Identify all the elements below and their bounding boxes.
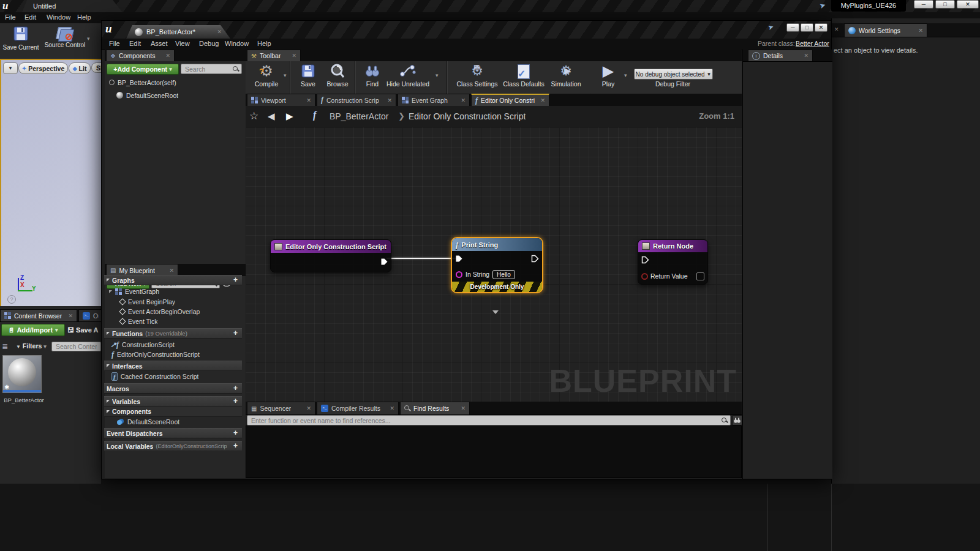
toolbar-dropdown-caret[interactable]: ▾: [87, 36, 90, 42]
find-references-bar[interactable]: [247, 415, 731, 425]
row-event-graph[interactable]: EventGraph: [104, 287, 242, 296]
close-icon[interactable]: ✕: [289, 53, 296, 59]
find-results-list[interactable]: [246, 425, 742, 478]
close-icon[interactable]: ✕: [801, 53, 809, 59]
browse-button[interactable]: Browse: [323, 63, 352, 88]
main-menu-file[interactable]: File: [5, 13, 16, 21]
perspective-button[interactable]: ✦Perspective: [18, 62, 68, 74]
main-menu-help[interactable]: Help: [77, 13, 91, 21]
tab-world-settings[interactable]: World Settings✕: [844, 23, 927, 37]
parent-class-link[interactable]: Better Actor: [796, 40, 829, 47]
tab-event-graph[interactable]: Event Graph✕: [398, 94, 470, 106]
debug-object-select[interactable]: No debug object selected▼: [634, 69, 713, 80]
viewport-options-caret[interactable]: ▾: [3, 62, 18, 74]
section-variables[interactable]: Variables+: [104, 396, 242, 407]
bp-minimize-button[interactable]: ─: [786, 23, 799, 32]
add-function-button[interactable]: +: [232, 329, 239, 337]
close-icon[interactable]: ✕: [304, 97, 311, 103]
collapse-arrow-icon[interactable]: [107, 410, 110, 413]
save-current-button[interactable]: Save Current: [2, 26, 39, 58]
main-close-button[interactable]: ✕: [957, 0, 979, 9]
splitter[interactable]: [831, 484, 832, 551]
component-row-self[interactable]: BP_BetterActor(self): [107, 78, 244, 87]
level-viewport[interactable]: ▾ ✦Perspective ◆Lit Sh Z X Y ?: [0, 59, 109, 306]
string-value-field[interactable]: Hello: [492, 270, 515, 279]
close-icon[interactable]: ✕: [458, 97, 466, 103]
section-graphs[interactable]: Graphs+: [104, 275, 242, 285]
find-button[interactable]: Find: [360, 63, 385, 88]
close-icon[interactable]: ✕: [538, 97, 545, 103]
bp-menu-help[interactable]: Help: [257, 40, 271, 47]
bp-menu-window[interactable]: Window: [225, 40, 249, 47]
close-icon[interactable]: ✕: [387, 405, 394, 411]
add-dispatcher-button[interactable]: +: [232, 429, 239, 437]
play-button[interactable]: ▶ Play: [596, 63, 620, 88]
asset-thumbnail[interactable]: ✱: [2, 355, 42, 393]
hide-unrelated-caret[interactable]: ▾: [435, 72, 439, 78]
lit-mode-button[interactable]: ◆Lit: [69, 62, 91, 74]
bp-menu-debug[interactable]: Debug: [199, 40, 219, 47]
collapse-arrow-icon[interactable]: [107, 400, 110, 403]
node-editor-only-construction-script[interactable]: Editor Only Construction Script: [270, 239, 391, 272]
doc-tab-untitled[interactable]: Untitled: [22, 0, 123, 12]
save-all-button[interactable]: 🖫︎ Save A: [67, 324, 102, 336]
hidden-tab-close-icon[interactable]: ✕: [834, 26, 839, 32]
compile-button[interactable]: ⚙? Compile: [251, 63, 282, 88]
components-search-input[interactable]: [184, 65, 233, 73]
source-control-button[interactable]: ⊘ Source Control: [43, 26, 87, 58]
exec-in-pin[interactable]: [455, 255, 463, 263]
tab-sequencer[interactable]: ▦ Sequencer✕: [247, 402, 315, 414]
find-references-input[interactable]: [250, 416, 722, 425]
section-interfaces[interactable]: Interfaces: [104, 361, 242, 371]
add-import-button[interactable]: 📄︎ Add/Import▾: [1, 324, 65, 336]
row-cached-construction-script[interactable]: fCached Construction Script: [104, 372, 242, 381]
components-search[interactable]: [181, 64, 242, 74]
section-functions[interactable]: Functions(19 Overridable)+: [104, 328, 242, 339]
save-button[interactable]: Save: [295, 63, 322, 88]
tab-components[interactable]: ❖ Components✕: [106, 50, 175, 61]
collapse-arrow-icon[interactable]: [107, 332, 110, 335]
row-editor-only-construction-script[interactable]: fEditorOnlyConstructionScript: [104, 350, 242, 359]
graph-canvas[interactable]: BLUEPRINT Editor Only Construction Scrip…: [246, 127, 742, 402]
close-icon[interactable]: ✕: [163, 53, 170, 59]
compile-options-caret[interactable]: ▾: [284, 72, 287, 78]
main-menu-window[interactable]: Window: [47, 13, 70, 21]
exec-out-pin[interactable]: [380, 258, 388, 266]
class-settings-button[interactable]: ⚙▦ Class Settings: [455, 63, 499, 88]
tab-output-log[interactable]: >_ Out: [78, 309, 103, 321]
bp-doc-tab[interactable]: BP_BetterActor* ✕: [126, 25, 230, 39]
tab-construction-script[interactable]: f Construction Scrip✕: [317, 94, 396, 106]
subsection-components[interactable]: Components: [104, 407, 242, 417]
tab-viewport[interactable]: Viewport✕: [247, 94, 315, 106]
breadcrumb-root[interactable]: BP_BetterActor: [330, 111, 389, 121]
section-local-variables[interactable]: Local Variables(EditorOnlyConstructionSc…: [104, 441, 242, 451]
breadcrumb-current[interactable]: Editor Only Construction Script: [409, 111, 526, 121]
simulation-button[interactable]: ⚙▶ Simulation: [548, 63, 584, 88]
collapse-arrow-icon[interactable]: [107, 364, 110, 367]
return-value-checkbox[interactable]: [696, 272, 704, 280]
main-menu-edit[interactable]: Edit: [24, 13, 36, 21]
sources-list-icon[interactable]: ≣: [2, 342, 13, 351]
exec-out-pin[interactable]: [531, 255, 539, 263]
in-string-pin[interactable]: [456, 271, 462, 278]
content-search-input[interactable]: [55, 342, 98, 351]
tab-find-results[interactable]: Find Results✕: [400, 402, 470, 414]
tab-editor-only-construction[interactable]: f Editor Only Constri✕: [471, 94, 549, 106]
bp-close-button[interactable]: ✕: [815, 23, 827, 32]
row-event-actor-begin-overlap[interactable]: Event ActorBeginOverlap: [104, 307, 242, 317]
nav-back-icon[interactable]: ◀: [268, 111, 275, 122]
add-variable-button[interactable]: +: [232, 397, 239, 405]
close-icon[interactable]: ✕: [66, 313, 73, 319]
filters-button[interactable]: ▼ Filters ▾: [16, 342, 50, 351]
close-icon[interactable]: ✕: [304, 405, 311, 411]
row-construction-script[interactable]: ↗fConstructionScript: [104, 340, 242, 350]
section-macros[interactable]: Macros+: [104, 383, 242, 394]
tab-details[interactable]: i Details✕: [748, 50, 813, 61]
close-icon[interactable]: ✕: [214, 29, 222, 35]
main-restore-button[interactable]: □: [935, 0, 955, 9]
exec-in-pin[interactable]: [641, 256, 649, 264]
close-icon[interactable]: ✕: [458, 405, 466, 411]
play-options-caret[interactable]: ▾: [624, 72, 627, 78]
row-event-begin-play[interactable]: Event BeginPlay: [104, 297, 242, 307]
viewport-help-icon[interactable]: ?: [7, 295, 16, 304]
